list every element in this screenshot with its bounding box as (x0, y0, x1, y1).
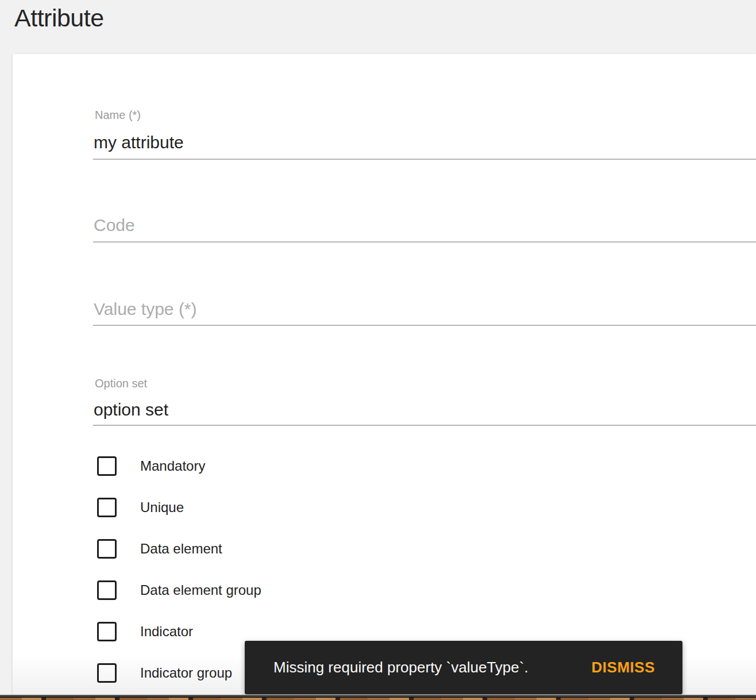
data-element-checkbox[interactable] (97, 539, 117, 559)
indicator-group-checkbox-label: Indicator group (140, 665, 232, 681)
checkbox-row-mandatory[interactable]: Mandatory (97, 456, 205, 476)
checkbox-row-indicator-group[interactable]: Indicator group (97, 663, 232, 683)
indicator-group-checkbox[interactable] (97, 663, 117, 683)
page-title: Attribute (14, 1, 104, 34)
option-set-field-label: Option set (95, 375, 147, 391)
unique-checkbox[interactable] (97, 498, 117, 517)
mandatory-checkbox-label: Mandatory (140, 458, 205, 474)
value-type-select[interactable]: Value type (*) (94, 298, 197, 321)
data-element-checkbox-label: Data element (140, 541, 222, 557)
data-element-group-checkbox[interactable] (97, 580, 117, 600)
indicator-checkbox-label: Indicator (140, 624, 193, 640)
desktop-wallpaper-strip (0, 698, 756, 700)
checkbox-row-data-element[interactable]: Data element (97, 539, 222, 559)
code-input-underline (93, 241, 756, 243)
option-set-select[interactable]: option set (94, 399, 168, 420)
option-set-underline (93, 425, 756, 426)
dismiss-button[interactable]: DISMISS (592, 659, 655, 676)
indicator-checkbox[interactable] (97, 622, 117, 641)
data-element-group-checkbox-label: Data element group (140, 582, 261, 598)
name-field-label: Name (*) (95, 107, 141, 123)
attribute-form-card: Name (*) my attribute Code Value type (*… (13, 54, 756, 695)
checkbox-row-unique[interactable]: Unique (97, 498, 184, 517)
checkbox-row-indicator[interactable]: Indicator (97, 622, 193, 641)
code-input[interactable]: Code (94, 214, 135, 237)
value-type-underline (93, 325, 756, 326)
mandatory-checkbox[interactable] (97, 456, 117, 476)
name-input-underline (93, 159, 756, 160)
checkbox-row-data-element-group[interactable]: Data element group (97, 580, 261, 600)
unique-checkbox-label: Unique (140, 499, 184, 516)
snackbar: Missing required property `valueType`. D… (245, 641, 682, 694)
name-input[interactable]: my attribute (94, 132, 184, 153)
snackbar-message: Missing required property `valueType`. (273, 659, 529, 676)
